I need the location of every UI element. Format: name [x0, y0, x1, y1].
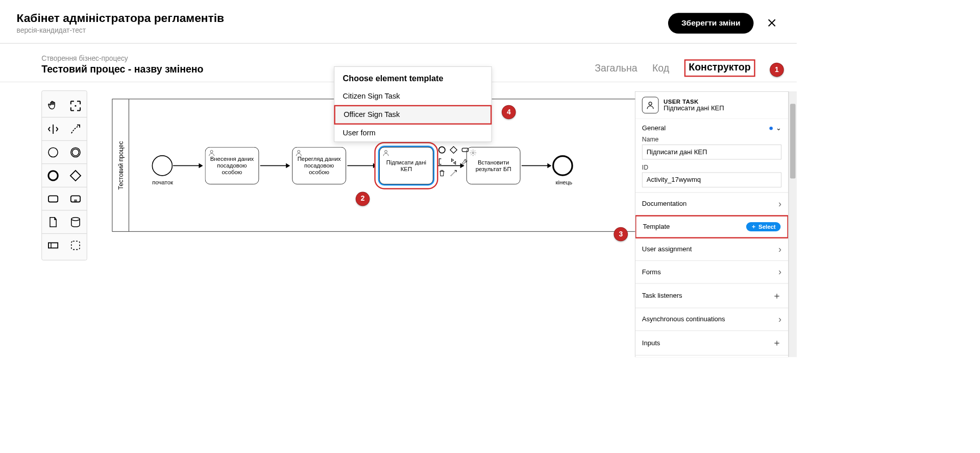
- palette-task[interactable]: [42, 187, 64, 210]
- section-task-listeners[interactable]: Task listeners＋: [635, 283, 788, 308]
- plus-icon[interactable]: ＋: [772, 337, 781, 349]
- svg-point-3: [72, 149, 79, 155]
- service-task-4[interactable]: Встановити результат БП: [467, 147, 521, 184]
- task-label: Встановити результат БП: [469, 159, 519, 172]
- end-event-label: кінець: [551, 179, 576, 185]
- app-header: Кабінет адміністратора регламентів версі…: [0, 0, 797, 43]
- ctx-append-event[interactable]: [437, 145, 447, 155]
- id-input[interactable]: [642, 172, 781, 187]
- plus-icon[interactable]: ＋: [772, 290, 781, 302]
- chevron-right-icon: [778, 267, 781, 277]
- ctx-wrench[interactable]: [460, 157, 471, 167]
- props-type: USER TASK: [664, 98, 724, 105]
- palette-gateway[interactable]: [64, 164, 87, 187]
- start-event[interactable]: [152, 155, 173, 176]
- section-outputs[interactable]: Outputs＋: [635, 355, 788, 357]
- template-select-button[interactable]: ＋Select: [746, 222, 781, 231]
- tab-general[interactable]: Загальна: [595, 62, 637, 74]
- palette-connect-tool[interactable]: [64, 117, 87, 140]
- svg-rect-6: [48, 196, 58, 202]
- tab-constructor[interactable]: Конструктор: [684, 59, 755, 77]
- lane-label[interactable]: Тестовий процес: [112, 99, 129, 231]
- user-task-3-selected[interactable]: Підписати дані КЕП: [379, 147, 433, 184]
- palette-intermediate-event[interactable]: [64, 141, 87, 164]
- ctx-change-type[interactable]: [449, 157, 459, 167]
- ctx-append-gateway[interactable]: [449, 145, 459, 155]
- props-header: USER TASK Підписати дані КЕП: [635, 92, 788, 119]
- chevron-right-icon: [778, 244, 781, 254]
- svg-point-17: [439, 147, 445, 153]
- svg-point-4: [48, 171, 58, 180]
- user-icon: [208, 149, 215, 157]
- page-title: Тестовий процес - назву змінено: [41, 63, 203, 75]
- svg-rect-12: [71, 241, 80, 249]
- ctx-connect[interactable]: [449, 168, 459, 178]
- save-button[interactable]: Зберегти зміни: [668, 13, 754, 34]
- ctx-delete[interactable]: [437, 168, 447, 178]
- template-popup: Choose element template Citizen Sign Tas…: [334, 66, 492, 142]
- section-inputs-label: Inputs: [642, 339, 660, 347]
- template-popup-title: Choose element template: [334, 67, 491, 88]
- palette-hand-tool[interactable]: [42, 94, 64, 117]
- section-user-assignment[interactable]: User assignment: [635, 238, 788, 261]
- context-pad: [437, 145, 470, 178]
- name-input[interactable]: [642, 145, 781, 159]
- palette-lasso-tool[interactable]: [64, 94, 87, 117]
- callout-1: 1: [770, 63, 783, 77]
- palette-subprocess[interactable]: [64, 187, 87, 210]
- sequence-flow[interactable]: [347, 165, 376, 166]
- properties-scrollbar[interactable]: [789, 91, 797, 357]
- palette-group[interactable]: [64, 234, 87, 257]
- section-forms-label: Forms: [642, 268, 661, 276]
- sequence-flow[interactable]: [260, 165, 289, 166]
- close-button[interactable]: [764, 12, 780, 34]
- task-label: Внесення даних посадовою особою: [207, 156, 257, 176]
- section-general-label: General: [642, 124, 666, 132]
- svg-rect-19: [462, 148, 468, 152]
- ctx-annotation[interactable]: [437, 157, 447, 167]
- close-icon: [767, 18, 777, 28]
- section-template[interactable]: Template ＋Select: [635, 215, 789, 239]
- palette-participant[interactable]: [42, 234, 64, 257]
- section-inputs[interactable]: Inputs＋: [635, 331, 788, 355]
- end-event[interactable]: [552, 155, 573, 176]
- breadcrumb: Створення бізнес-процесу: [41, 55, 203, 63]
- tabs: Загальна Код Конструктор: [595, 59, 755, 82]
- tab-code[interactable]: Код: [652, 62, 669, 74]
- id-label: ID: [642, 163, 781, 171]
- template-option-officer[interactable]: Officer Sign Task: [334, 105, 492, 125]
- svg-point-13: [210, 150, 213, 153]
- gear-icon: [470, 149, 477, 158]
- scrollbar-thumb[interactable]: [790, 104, 796, 178]
- svg-rect-10: [48, 243, 58, 248]
- svg-point-14: [298, 150, 300, 153]
- sequence-flow[interactable]: [173, 165, 202, 166]
- template-option-userform[interactable]: User form: [334, 125, 491, 141]
- section-general[interactable]: General ⌄ Name ID: [635, 119, 788, 193]
- sequence-flow[interactable]: [522, 165, 551, 166]
- svg-point-1: [48, 148, 58, 157]
- palette-space-tool[interactable]: [42, 117, 64, 140]
- user-task-1[interactable]: Внесення даних посадовою особою: [205, 147, 259, 184]
- section-async[interactable]: Asynchronous continuations: [635, 308, 788, 331]
- lane-label-text: Тестовий процес: [117, 141, 124, 189]
- chevron-right-icon: [778, 314, 781, 325]
- palette-end-event[interactable]: [42, 164, 64, 187]
- palette-data-object[interactable]: [42, 210, 64, 233]
- template-option-citizen[interactable]: Citizen Sign Task: [334, 88, 491, 105]
- palette-data-store[interactable]: [64, 210, 87, 233]
- user-task-2[interactable]: Перегляд даних посадовою особою: [292, 147, 346, 184]
- section-forms[interactable]: Forms: [635, 261, 788, 284]
- svg-point-0: [75, 105, 76, 106]
- svg-point-9: [71, 217, 80, 220]
- svg-rect-18: [450, 147, 457, 153]
- section-async-label: Asynchronous continuations: [642, 316, 725, 323]
- ctx-append-task[interactable]: [460, 145, 471, 155]
- section-documentation-label: Documentation: [642, 200, 687, 208]
- svg-point-20: [649, 102, 652, 105]
- callout-4: 4: [502, 106, 516, 119]
- section-documentation[interactable]: Documentation: [635, 193, 788, 216]
- chevron-down-icon: ⌄: [776, 124, 781, 131]
- section-task-listeners-label: Task listeners: [642, 292, 682, 300]
- palette-start-event[interactable]: [42, 141, 64, 164]
